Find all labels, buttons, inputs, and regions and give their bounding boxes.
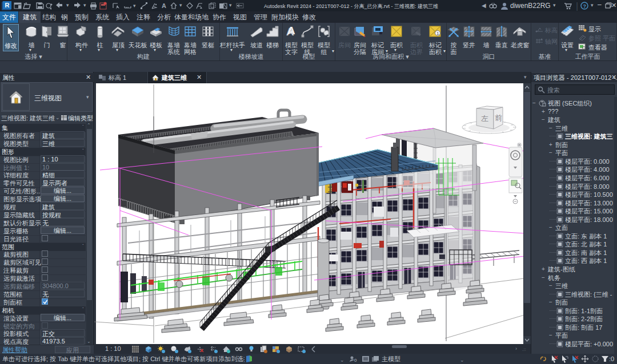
svg-text:左: 左 [481, 114, 488, 123]
svg-text:▾: ▾ [179, 2, 182, 8]
svg-text:▾: ▾ [66, 2, 69, 8]
svg-text:R: R [5, 2, 10, 9]
svg-text:A: A [162, 2, 166, 9]
svg-text:?: ? [583, 3, 587, 9]
svg-text:0: 0 [354, 358, 357, 363]
svg-text:▾: ▾ [83, 2, 86, 8]
svg-text:前: 前 [495, 114, 502, 122]
svg-text:1: 1 [436, 31, 439, 36]
svg-text:▾: ▾ [229, 2, 232, 8]
svg-text:▾: ▾ [133, 3, 136, 9]
svg-text:A: A [287, 25, 295, 37]
